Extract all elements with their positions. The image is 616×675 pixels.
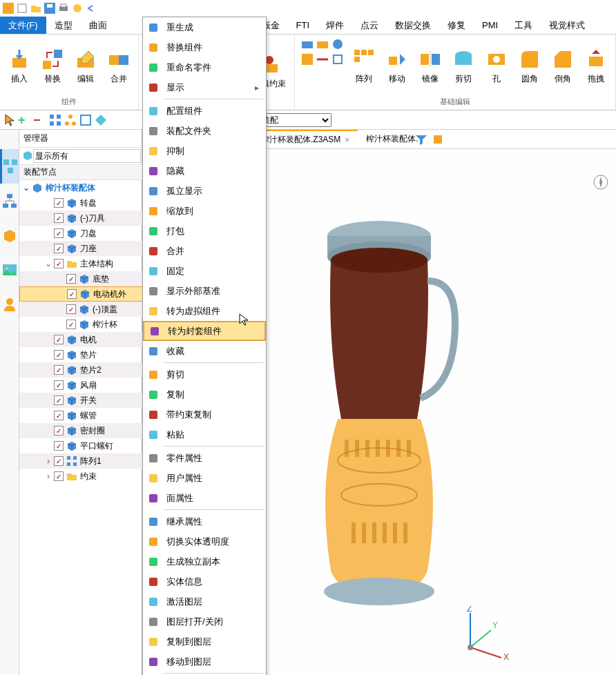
tree-item[interactable]: ✓密封圈: [19, 423, 144, 438]
menu-item[interactable]: 显示外部基准: [143, 281, 266, 301]
ribbon-tab-pmi[interactable]: PMI: [474, 17, 506, 34]
visibility-checkbox[interactable]: ✓: [66, 274, 76, 284]
menu-item[interactable]: 带约束复制: [143, 404, 266, 424]
ribbon-tab-modeling[interactable]: 造型: [46, 17, 81, 34]
chamfer-button[interactable]: 倒角: [549, 37, 577, 95]
ribbon-tab-pointcloud[interactable]: 点云: [352, 17, 387, 34]
menu-item[interactable]: 激活图层: [143, 591, 266, 612]
undo-icon[interactable]: [86, 3, 97, 14]
menu-item[interactable]: 转为虚拟组件: [143, 301, 266, 321]
menu-item[interactable]: 显示▸: [143, 77, 266, 97]
menu-item[interactable]: 收藏: [143, 341, 266, 361]
tree-item[interactable]: ✓榨汁杯: [19, 317, 144, 332]
menu-item[interactable]: 装配文件夹: [143, 121, 266, 141]
compass-icon[interactable]: [593, 174, 609, 190]
tree-item[interactable]: ✓螺管: [19, 408, 144, 423]
square-icon[interactable]: [79, 113, 93, 127]
cut-button[interactable]: 剪切: [450, 37, 477, 95]
menu-item[interactable]: 固定: [143, 261, 266, 281]
tree-item[interactable]: ✓(-)顶盖: [19, 302, 144, 317]
menu-item[interactable]: 粘贴: [143, 424, 266, 444]
tree-root[interactable]: ⌄ 榨汁杯装配体: [19, 180, 144, 195]
visibility-checkbox[interactable]: ✓: [54, 259, 64, 268]
manager-tab-box[interactable]: [0, 218, 19, 253]
visibility-checkbox[interactable]: ✓: [66, 304, 76, 314]
drag-button[interactable]: 拖拽: [582, 37, 610, 95]
mirror-button[interactable]: 镜像: [416, 37, 444, 95]
axes-widget[interactable]: Z X Y: [456, 606, 512, 661]
filter-icon[interactable]: [414, 133, 428, 146]
menu-item[interactable]: 剪切: [143, 364, 266, 384]
ribbon-tab-exchange[interactable]: 数据交换: [387, 17, 439, 34]
small-tool-icon-1[interactable]: [300, 37, 314, 51]
tree-item[interactable]: ›✓约束: [19, 469, 144, 484]
manager-tab-assembly[interactable]: [0, 149, 19, 184]
menu-item[interactable]: 抑制: [143, 141, 266, 161]
visibility-checkbox[interactable]: ✓: [54, 213, 64, 223]
manager-tab-image[interactable]: [0, 253, 19, 287]
visibility-checkbox[interactable]: ✓: [54, 335, 64, 344]
tree-toggle-icon[interactable]: ⌄: [22, 183, 30, 193]
ribbon-tab-fti[interactable]: FTI: [288, 17, 318, 34]
menu-item[interactable]: 合并: [143, 241, 266, 261]
tree-item[interactable]: ✓底垫: [19, 271, 144, 286]
manager-tab-hierarchy[interactable]: [0, 184, 19, 218]
menu-item[interactable]: 配置组件: [143, 101, 266, 121]
visibility-checkbox[interactable]: ✓: [66, 320, 76, 329]
menu-item[interactable]: 复制: [143, 384, 266, 404]
hole-button[interactable]: 孔: [483, 37, 510, 95]
tool-icon[interactable]: [72, 3, 83, 14]
ribbon-tab-surface[interactable]: 曲面: [81, 17, 115, 34]
grid-icon[interactable]: [48, 113, 62, 127]
small-tool-icon-4[interactable]: [300, 52, 314, 66]
tree-item[interactable]: ✓风扇: [19, 378, 144, 393]
remove-icon[interactable]: −: [33, 113, 47, 127]
visibility-checkbox[interactable]: ✓: [54, 411, 64, 420]
small-tool-icon-5[interactable]: [316, 52, 329, 66]
ribbon-tab-tools[interactable]: 工具: [506, 17, 541, 34]
menu-item[interactable]: 隐藏: [143, 161, 266, 181]
visibility-checkbox[interactable]: ✓: [54, 198, 64, 208]
move-button[interactable]: 移动: [383, 37, 411, 95]
tree-item[interactable]: ✓(-)刀具: [19, 211, 144, 226]
visibility-checkbox[interactable]: ✓: [54, 471, 64, 481]
menu-item[interactable]: 面属性: [143, 488, 266, 508]
small-tool-icon-2[interactable]: [316, 37, 329, 51]
visibility-checkbox[interactable]: ✓: [54, 426, 64, 436]
close-tab-icon[interactable]: ×: [345, 135, 349, 145]
visibility-checkbox[interactable]: ✓: [67, 289, 77, 299]
menu-item[interactable]: 切换实体透明度: [143, 531, 266, 551]
menu-item[interactable]: 替换组件: [143, 37, 266, 57]
tree-toggle-icon[interactable]: ⌄: [44, 259, 52, 268]
menu-item[interactable]: 转为封套组件: [143, 321, 266, 341]
visibility-checkbox[interactable]: ✓: [54, 350, 64, 360]
replace-button[interactable]: 替换: [39, 37, 66, 95]
menu-item[interactable]: 缩放到: [143, 201, 266, 221]
tree-item[interactable]: ✓刀座: [19, 241, 144, 256]
tree-toggle-icon[interactable]: ›: [44, 456, 52, 466]
visibility-checkbox[interactable]: ✓: [54, 395, 64, 405]
save-icon[interactable]: [44, 3, 55, 14]
tree-item[interactable]: ✓平口螺钉: [19, 438, 144, 453]
tree-item[interactable]: ✓电动机外: [19, 286, 144, 302]
tree-item[interactable]: ⌄✓主体结构: [19, 256, 144, 271]
merge-button[interactable]: 合并: [105, 37, 133, 95]
filter-input[interactable]: [33, 149, 141, 163]
menu-item[interactable]: 继承属性: [143, 511, 266, 531]
visibility-checkbox[interactable]: ✓: [54, 380, 64, 390]
pattern-button[interactable]: 阵列: [350, 37, 378, 95]
add-icon[interactable]: +: [18, 113, 32, 127]
cursor-tool-icon[interactable]: [3, 113, 17, 127]
settings-icon[interactable]: [431, 133, 445, 146]
menu-item[interactable]: 重命名零件: [143, 57, 266, 77]
tree-item[interactable]: ✓垫片: [19, 347, 144, 362]
menu-item[interactable]: 打包: [143, 221, 266, 241]
ribbon-tab-weld[interactable]: 焊件: [318, 17, 352, 34]
menu-item[interactable]: 用户属性: [143, 468, 266, 488]
menu-item[interactable]: 孤立显示: [143, 181, 266, 201]
menu-item[interactable]: 图层打开/关闭: [143, 612, 266, 632]
visibility-checkbox[interactable]: ✓: [54, 228, 64, 238]
menu-item[interactable]: 零件属性: [143, 448, 266, 468]
visibility-checkbox[interactable]: ✓: [54, 441, 64, 451]
tree-item[interactable]: ✓垫片2: [19, 362, 144, 378]
